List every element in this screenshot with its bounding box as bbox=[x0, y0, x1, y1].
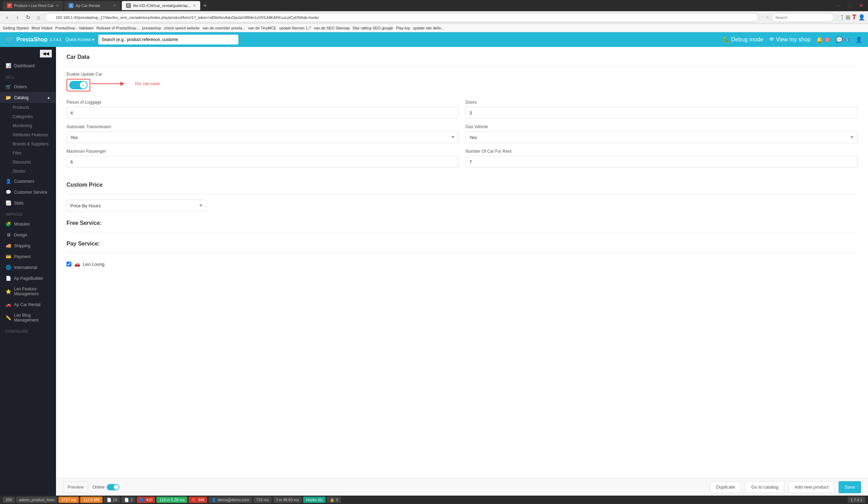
number-of-car-group: Number Of Car For Rent bbox=[465, 149, 858, 168]
add-new-product-button[interactable]: Add new product bbox=[789, 481, 835, 493]
user-icon: 👤 bbox=[855, 36, 862, 43]
doors-input[interactable] bbox=[465, 107, 858, 119]
sidebar-subitem-products[interactable]: Products bbox=[0, 103, 56, 112]
pay-service-checkbox[interactable] bbox=[66, 262, 71, 267]
ps-search-input[interactable] bbox=[98, 35, 238, 44]
sidebar-item-international[interactable]: 🌐 International bbox=[0, 262, 56, 273]
tab-close-2[interactable]: ✕ bbox=[113, 4, 116, 8]
status-hooks: Hooks (6) bbox=[303, 497, 326, 503]
bookmark-update-site[interactable]: update site defin... bbox=[413, 26, 444, 30]
gas-vehicle-select[interactable]: Yes No bbox=[465, 131, 858, 143]
browser-search-input[interactable] bbox=[771, 13, 834, 22]
number-of-car-input[interactable] bbox=[465, 156, 858, 168]
maximum-passenger-input[interactable] bbox=[66, 156, 458, 168]
tab-label-2: Ap Car Rental bbox=[76, 4, 100, 8]
tab-label-1: Product • Leo Rent Car bbox=[14, 4, 54, 8]
sidebar-item-leo-feature[interactable]: ⭐ Leo Feature Management bbox=[0, 284, 56, 299]
sidebar-item-ap-car-rental[interactable]: 🚗 Ap Car Rental bbox=[0, 299, 56, 310]
status-version: 1.7.4.1 bbox=[848, 497, 865, 503]
bookmark-overrider[interactable]: van de overrider presta... bbox=[202, 26, 245, 30]
bookmark-check-speed[interactable]: check speed website bbox=[164, 26, 200, 30]
tab-close-3[interactable]: ✕ bbox=[193, 4, 196, 8]
sidebar-item-stats[interactable]: 📈 Stats bbox=[0, 198, 56, 208]
sidebar-item-orders[interactable]: 🛒 Orders bbox=[0, 81, 56, 92]
messages-button[interactable]: 💬 1 bbox=[836, 36, 850, 43]
sidebar-item-ap-pagebuilder[interactable]: 📄 Ap PageBuilder bbox=[0, 273, 56, 284]
debug-mode-label: Debug mode bbox=[731, 36, 763, 43]
sidebar-item-dashboard[interactable]: 📊 Dashboard bbox=[0, 60, 56, 71]
doors-label: Doors bbox=[465, 100, 858, 105]
pagebuilder-icon: 📄 bbox=[6, 276, 11, 281]
go-to-catalog-button[interactable]: Go to catalog bbox=[745, 481, 784, 493]
bookmark-getting-started[interactable]: Getting Started bbox=[3, 26, 29, 30]
save-button[interactable]: Save bbox=[839, 481, 861, 493]
address-bar[interactable] bbox=[45, 13, 759, 22]
bookmark-tinymce[interactable]: van de TinyMCE bbox=[248, 26, 276, 30]
payment-icon: 💳 bbox=[6, 254, 11, 259]
sidebar-subitem-brands[interactable]: Brands & Suppliers bbox=[0, 139, 56, 149]
bookmark-seo-sitemap[interactable]: van de SEO Sitemap bbox=[314, 26, 350, 30]
bookmark-star-rating[interactable]: Star ratting SEO google bbox=[352, 26, 393, 30]
sidebar-item-payment[interactable]: 💳 Payment bbox=[0, 251, 56, 262]
status-count6: 🔒 0 bbox=[327, 497, 341, 503]
preview-label: Preview bbox=[68, 484, 84, 490]
view-my-shop-button[interactable]: 👁 View my shop bbox=[769, 36, 811, 43]
duplicate-button[interactable]: Duplicate bbox=[710, 481, 741, 493]
bookmark-prestashop[interactable]: prestashop bbox=[142, 26, 161, 30]
bookmark-most-visited[interactable]: Most Visited bbox=[31, 26, 52, 30]
sidebar-subitem-stocks[interactable]: Stocks bbox=[0, 167, 56, 176]
notifications-button[interactable]: 🔔 2 bbox=[816, 36, 830, 43]
sidebar-subitem-monitoring[interactable]: Monitoring bbox=[0, 121, 56, 130]
pay-service-divider bbox=[66, 253, 858, 253]
minimize-button[interactable]: ─ bbox=[834, 1, 843, 10]
browser-tab-3[interactable]: F file:///D:/CW/car_rental/guide/ap... ✕ bbox=[122, 1, 200, 10]
price-by-hours-select[interactable]: Price By Hours bbox=[66, 200, 206, 212]
sidebar-subitem-files[interactable]: Files bbox=[0, 149, 56, 158]
bookmark-update-themes[interactable]: update themes 1.7 bbox=[279, 26, 311, 30]
sidebar-item-design[interactable]: 🖥 Design bbox=[0, 229, 56, 240]
back-button[interactable]: ‹ bbox=[3, 13, 11, 22]
sidebar-subitem-attributes[interactable]: Attributes Features bbox=[0, 130, 56, 139]
sidebar-subitem-discounts[interactable]: Discounts bbox=[0, 158, 56, 167]
bookmark-prestashop-validator[interactable]: PrestaShop - Validator bbox=[55, 26, 94, 30]
pieces-of-luggage-input[interactable] bbox=[66, 107, 458, 119]
new-tab-button[interactable]: + bbox=[203, 2, 207, 9]
maximize-button[interactable]: □ bbox=[846, 1, 854, 10]
international-icon: 🌐 bbox=[6, 265, 11, 270]
sidebar-subitem-categories[interactable]: Categories bbox=[0, 112, 56, 121]
enable-update-toggle[interactable]: ✓ bbox=[69, 81, 88, 89]
browser-tab-2[interactable]: A Ap Car Rental ✕ bbox=[64, 1, 120, 10]
sidebar-item-leo-blog[interactable]: ✏️ Leo Blog Management bbox=[0, 310, 56, 325]
debug-mode-button[interactable]: 🐛 Debug mode bbox=[723, 36, 763, 43]
modules-icon: 🧩 bbox=[6, 221, 11, 227]
free-service-title: Free Service: bbox=[66, 220, 858, 226]
sidebar-item-modules[interactable]: 🧩 Modules bbox=[0, 219, 56, 229]
reload-button[interactable]: ↻ bbox=[24, 13, 32, 22]
sidebar-collapse-button[interactable]: ◀◀ bbox=[40, 50, 52, 57]
duplicate-label: Duplicate bbox=[716, 484, 735, 490]
bookmark-play-top[interactable]: Play-top bbox=[396, 26, 410, 30]
sidebar-item-customer-service[interactable]: 💬 Customer Service bbox=[0, 187, 56, 198]
forward-button[interactable]: › bbox=[13, 13, 22, 22]
user-account-button[interactable]: 👤 bbox=[855, 36, 862, 43]
bookmark-release[interactable]: Release of PrestaShop... bbox=[97, 26, 139, 30]
tab-close-1[interactable]: ✕ bbox=[56, 4, 59, 8]
automatic-transmission-select[interactable]: Yes No bbox=[66, 131, 458, 143]
main-content: Car Data Enable Update Car ✓ bbox=[56, 47, 868, 496]
close-button[interactable]: ✕ bbox=[857, 1, 865, 10]
browser-tab-1[interactable]: P Product • Leo Rent Car ✕ bbox=[3, 1, 63, 10]
quick-access-menu[interactable]: Quick Access ▾ bbox=[66, 37, 94, 42]
status-memory: 112.0 MB bbox=[80, 497, 102, 503]
sidebar-item-catalog[interactable]: 📂 Catalog ▲ bbox=[0, 92, 56, 103]
online-toggle-switch[interactable] bbox=[107, 484, 119, 490]
doors-group: Doors bbox=[465, 100, 858, 119]
home-button[interactable]: ⌂ bbox=[34, 13, 43, 22]
preview-button[interactable]: Preview bbox=[63, 481, 88, 493]
annotation-arrow: You can save bbox=[91, 80, 160, 87]
orders-icon: 🛒 bbox=[6, 84, 11, 89]
sidebar-item-shipping[interactable]: 🚚 Shipping bbox=[0, 240, 56, 251]
sidebar-item-customers[interactable]: 👤 Customers bbox=[0, 176, 56, 187]
ps-topbar: 🛒 PrestaShop 1.7.4.1 Quick Access ▾ 🐛 De… bbox=[0, 32, 868, 47]
ps-logo-text: PrestaShop bbox=[16, 36, 48, 43]
status-admin-form: admin_product_form bbox=[16, 497, 57, 503]
